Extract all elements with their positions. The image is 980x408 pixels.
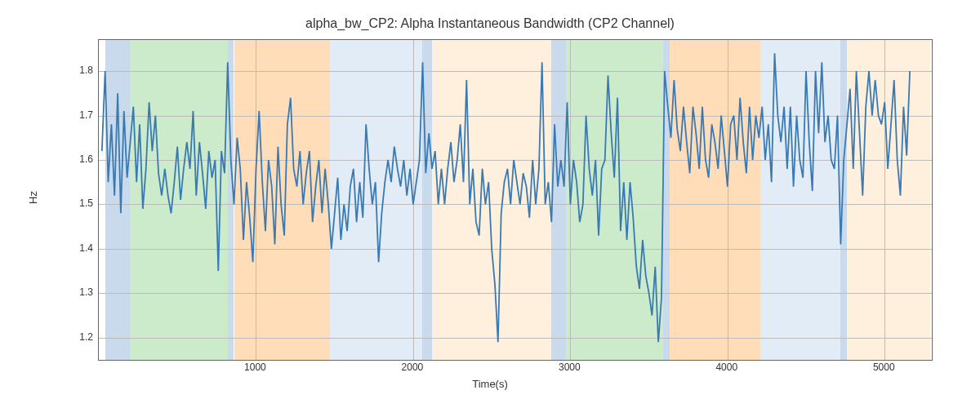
x-tick-label: 5000	[873, 361, 895, 373]
y-tick-label: 1.3	[79, 286, 93, 298]
x-tick-label: 2000	[402, 361, 424, 373]
y-tick-label: 1.4	[79, 242, 93, 254]
x-tick-label: 3000	[559, 361, 581, 373]
data-line	[99, 40, 932, 360]
y-tick-label: 1.6	[79, 153, 93, 165]
x-tick-label: 4000	[715, 361, 737, 373]
plot-area	[98, 39, 933, 361]
chart-container: alpha_bw_CP2: Alpha Instantaneous Bandwi…	[0, 0, 980, 408]
x-axis-label: Time(s)	[0, 378, 980, 390]
y-tick-label: 1.8	[79, 64, 93, 76]
y-tick-label: 1.7	[79, 109, 93, 121]
y-tick-label: 1.2	[79, 331, 93, 343]
chart-title: alpha_bw_CP2: Alpha Instantaneous Bandwi…	[0, 16, 980, 31]
x-tick-label: 1000	[244, 361, 266, 373]
y-tick-label: 1.5	[79, 197, 93, 209]
y-axis-label: Hz	[27, 191, 39, 204]
